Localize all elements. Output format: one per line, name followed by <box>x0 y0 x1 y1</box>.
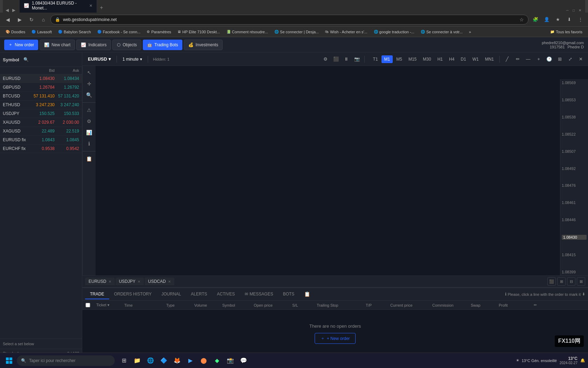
close-chart-icon[interactable]: ✕ <box>576 55 585 64</box>
candle-icon[interactable]: ⬛ <box>331 55 341 64</box>
col-volume[interactable]: Volume <box>191 303 219 307</box>
sym-tab-usdjpy[interactable]: USDJPY ✕ <box>115 278 144 285</box>
menu-btn[interactable]: ⋮ <box>575 15 585 25</box>
start-btn[interactable] <box>3 354 15 367</box>
col-current-price[interactable]: Current price <box>387 303 429 307</box>
rt-history-btn[interactable]: 📋 <box>84 154 94 164</box>
tf-w1[interactable]: W1 <box>470 55 482 63</box>
bookmark-btn[interactable]: ★ <box>553 15 563 25</box>
tf-t1[interactable]: T1 <box>370 55 381 63</box>
col-sl[interactable]: S/L <box>289 303 314 307</box>
app2-btn[interactable]: ⬤ <box>197 354 210 367</box>
sym-tab-eurusd-close[interactable]: ✕ <box>108 280 111 284</box>
symbol-row-ethusd[interactable]: ETHUSD 3 247.230 3 247.240 <box>0 101 82 109</box>
col-trailing-stop[interactable]: Trailing Stop <box>314 303 363 307</box>
col-swap[interactable]: Swap <box>468 303 496 307</box>
bookmark-se-connecter2[interactable]: 🌐 Se connecter à votr... <box>418 29 465 35</box>
rt-crosshair-btn[interactable]: ✛ <box>84 79 94 89</box>
sym-tab-usdjpy-close[interactable]: ✕ <box>138 280 140 284</box>
address-bar[interactable]: 🔒 web.gestiondupatrimoine.net ☆ <box>50 15 528 25</box>
tab-close-btn[interactable]: ✕ <box>89 4 92 8</box>
btab-bots[interactable]: BOTS <box>278 289 299 299</box>
new-chart-button[interactable]: 📊 New chart <box>40 40 75 50</box>
home-btn[interactable]: ⌂ <box>38 15 48 25</box>
bookmark-wish[interactable]: 🛍 Wish - Acheter en s'... <box>322 29 370 35</box>
btab-alerts[interactable]: ALERTS <box>186 289 212 299</box>
select-all-checkbox[interactable] <box>85 303 91 307</box>
refresh-btn[interactable]: ↻ <box>27 15 36 25</box>
bookmark-parametres[interactable]: ⚙ Paramètres <box>144 29 174 35</box>
app5-btn[interactable]: 💬 <box>237 354 250 367</box>
taskbar-search[interactable]: 🔍 Taper ici pour rechercher <box>17 355 115 366</box>
symbol-row-btcusd[interactable]: BTCUSD 57 131.410 57 131.420 <box>0 92 82 101</box>
symbol-row-xagusd[interactable]: XAGUSD 22.489 22.519 <box>0 127 82 136</box>
sym-tab-layout-2[interactable]: ⊞ <box>557 277 566 286</box>
maximize-btn[interactable]: □ <box>571 8 576 13</box>
download-icon[interactable]: ⬇ <box>582 292 585 297</box>
bookmark-connecter[interactable]: 🌐 Se connecter | Desja... <box>272 29 322 35</box>
symbol-row-usdjpy[interactable]: USDJPY 150.525 150.533 <box>0 109 82 118</box>
tf-d1[interactable]: D1 <box>458 55 469 63</box>
rt-info-btn[interactable]: ℹ <box>84 138 94 149</box>
symbol-search-btn[interactable]: 🔍 <box>22 55 30 64</box>
forward-btn[interactable]: ▶ <box>15 15 24 25</box>
plus-icon[interactable]: + <box>534 55 543 64</box>
indicators-button[interactable]: 📈 Indicators <box>76 40 111 50</box>
settings-icon[interactable]: ⚙ <box>321 55 330 64</box>
col-ticket[interactable]: Ticket ▾ <box>93 303 121 307</box>
btab-journal[interactable]: JOURNAL <box>156 289 186 299</box>
tf-h4[interactable]: H4 <box>446 55 457 63</box>
sym-tab-layout-3[interactable]: ⊟ <box>567 277 575 286</box>
tf-h1[interactable]: H1 <box>435 55 446 63</box>
minimize-btn[interactable]: ─ <box>565 8 570 13</box>
empty-new-order-btn[interactable]: ＋ + New order <box>315 333 356 344</box>
app3-btn[interactable]: ◆ <box>211 354 223 367</box>
symbol-row-eurusdfix[interactable]: EURUSD fix 1.0843 1.0845 <box>0 136 82 144</box>
btab-extra[interactable]: 📋 <box>299 289 315 300</box>
tf-m15[interactable]: M15 <box>406 55 419 63</box>
sym-tab-layout-1[interactable]: ⬛ <box>547 277 556 286</box>
new-tab-btn[interactable]: + <box>97 3 106 13</box>
tf-m5[interactable]: M5 <box>393 55 405 63</box>
expand-icon[interactable]: ⤢ <box>566 55 575 64</box>
draw-tool-icon[interactable]: ✏ <box>513 55 522 64</box>
btab-actives[interactable]: ACTIVES <box>212 289 240 299</box>
tf-m1[interactable]: M1 <box>382 55 393 63</box>
trading-bots-button[interactable]: 🤖 Trading Bots <box>143 40 182 50</box>
new-order-button[interactable]: ＋ New order <box>4 40 38 50</box>
app1-btn[interactable]: ▶ <box>184 354 197 367</box>
chart-pair-selector[interactable]: EURUSD ▾ <box>85 55 114 63</box>
edge-btn[interactable]: 🔷 <box>158 354 170 367</box>
star-icon[interactable]: ☆ <box>519 17 524 22</box>
btab-messages[interactable]: ✉ MESSAGES <box>240 289 278 299</box>
extensions-btn[interactable]: 🧩 <box>531 15 540 25</box>
btab-orders-history[interactable]: ORDERS HISTORY <box>109 289 157 299</box>
rt-settings2-btn[interactable]: ⚙ <box>84 116 94 127</box>
camera-icon[interactable]: 📷 <box>352 55 362 64</box>
bookmark-google-trad[interactable]: 🌐 google traduction -... <box>371 29 417 35</box>
minus-icon[interactable]: — <box>524 55 533 64</box>
bookmark-doodles[interactable]: 🎨 Doodles <box>3 29 28 35</box>
rt-alert-btn[interactable]: ⚠ <box>84 105 94 115</box>
app4-btn[interactable]: 📸 <box>224 354 237 367</box>
col-type[interactable]: Type <box>163 303 191 307</box>
col-tp[interactable]: T/P <box>363 303 387 307</box>
symbol-row-eurchffix[interactable]: EURCHF fix 0.9538 0.9542 <box>0 144 82 153</box>
col-time[interactable]: Time <box>121 303 163 307</box>
symbol-row-eurusd[interactable]: EURUSD 1.08430 1.08434 <box>0 74 82 83</box>
btab-trade[interactable]: TRADE <box>85 289 109 299</box>
objects-button[interactable]: ⬡ Objects <box>112 40 141 50</box>
col-open-price[interactable]: Open price <box>251 303 289 307</box>
pause-icon[interactable]: ⏸ <box>342 55 351 64</box>
symbol-row-gbpusd[interactable]: GBPUSD 1.26784 1.26792 <box>0 83 82 92</box>
bookmark-all[interactable]: 📁 Tous les favoris <box>547 29 585 35</box>
bookmark-facebook[interactable]: 🔵 Facebook - Se conn... <box>94 29 144 35</box>
draw-line-icon[interactable]: ╱ <box>503 55 512 64</box>
sym-tab-eurusd[interactable]: EURUSD ✕ <box>85 278 115 285</box>
col-profit[interactable]: Profit <box>496 303 531 307</box>
sym-tab-usdcad-close[interactable]: ✕ <box>168 280 171 284</box>
bookmark-hp[interactable]: 🖥 HP Elite 7100 Deskt... <box>175 29 223 35</box>
notification-btn[interactable]: 🔔 <box>580 358 585 363</box>
grid-icon[interactable]: ⊞ <box>555 55 564 64</box>
col-commission[interactable]: Commission <box>429 303 468 307</box>
